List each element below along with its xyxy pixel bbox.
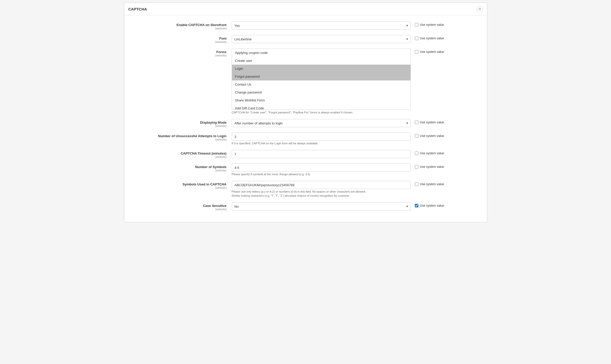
captcha-timeout-use-system-col: Use system value — [411, 150, 452, 155]
unsuccessful-attempts-control: If 0 is specified, CAPTCHA on the Login … — [232, 133, 411, 145]
forms-option-share-wishlist[interactable]: Share Wishlist Form — [232, 96, 410, 104]
captcha-timeout-control — [232, 150, 411, 158]
enable-captcha-select[interactable]: Yes No — [232, 21, 411, 30]
number-symbols-use-system-col: Use system value — [411, 163, 452, 169]
displaying-mode-use-system-label: Use system value — [420, 121, 444, 124]
forms-option-change-password[interactable]: Change password — [232, 88, 410, 96]
number-symbols-control: Please specify 8 symbols at the most. Ra… — [232, 163, 411, 176]
font-use-system-checkbox[interactable] — [415, 37, 418, 40]
number-symbols-hint: Please specify 8 symbols at the most. Ra… — [232, 173, 411, 176]
forms-option-contact-us[interactable]: Contact Us — [232, 80, 410, 88]
symbols-used-input[interactable] — [232, 181, 411, 189]
case-sensitive-control: Yes No ▼ — [232, 202, 411, 210]
content-area: Enable CAPTCHA on Storefront [website] Y… — [124, 15, 487, 222]
displaying-mode-select-wrapper: Always After number of attempts to login… — [232, 119, 411, 127]
number-symbols-sublabel: [website] — [135, 169, 227, 172]
forms-option-forgot-password[interactable]: Forgot password — [232, 73, 410, 80]
symbols-used-label: Symbols Used in CAPTCHA — [135, 182, 227, 186]
enable-captcha-use-system-col: Use system value — [411, 21, 452, 27]
forms-option-login[interactable]: Login — [232, 65, 410, 73]
unsuccessful-attempts-input[interactable] — [232, 133, 411, 141]
captcha-timeout-row: CAPTCHA Timeout (minutes) [website] Use … — [135, 150, 477, 158]
case-sensitive-use-system-checkbox[interactable] — [415, 204, 418, 207]
unsuccessful-attempts-label: Number of Unsuccessful Attempts to Login — [135, 134, 227, 138]
forms-label: Forms — [135, 50, 227, 54]
symbols-used-row: Symbols Used in CAPTCHA [website] Please… — [135, 181, 477, 197]
symbols-used-hint2: Similar looking characters (e.g. "I", "l… — [232, 194, 411, 197]
case-sensitive-select[interactable]: Yes No — [232, 202, 411, 210]
displaying-mode-row: Displaying Mode [website] Always After n… — [135, 119, 477, 127]
enable-captcha-label: Enable CAPTCHA on Storefront — [135, 23, 227, 27]
captcha-timeout-input[interactable] — [232, 150, 411, 158]
symbols-used-use-system-label: Use system value — [420, 182, 444, 186]
number-symbols-label-col: Number of Symbols [website] — [135, 163, 232, 172]
enable-captcha-use-system-checkbox[interactable] — [415, 23, 418, 27]
forms-use-system-label: Use system value — [420, 50, 444, 54]
font-sublabel: [website] — [135, 40, 227, 43]
enable-captcha-select-wrapper: Yes No ▼ — [232, 21, 411, 30]
font-control: LinLibertine Sherif Arial ▼ — [232, 35, 411, 43]
number-symbols-use-system-label: Use system value — [420, 165, 444, 169]
displaying-mode-label: Displaying Mode — [135, 121, 227, 124]
unsuccessful-attempts-use-system-checkbox[interactable] — [415, 134, 418, 138]
displaying-mode-use-system-col: Use system value — [411, 119, 452, 124]
font-use-system-label: Use system value — [420, 37, 444, 40]
enable-captcha-use-system-label: Use system value — [420, 23, 444, 27]
unsuccessful-attempts-use-system-col: Use system value — [411, 133, 452, 138]
case-sensitive-label-col: Case Sensitive [website] — [135, 202, 232, 211]
case-sensitive-use-system-col: Use system value — [411, 202, 452, 207]
font-label-col: Font [website] — [135, 35, 232, 43]
displaying-mode-sublabel: [website] — [135, 124, 227, 127]
unsuccessful-attempts-label-col: Number of Unsuccessful Attempts to Login… — [135, 133, 232, 141]
captcha-timeout-label-col: CAPTCHA Timeout (minutes) [website] — [135, 150, 232, 158]
number-symbols-input[interactable] — [232, 163, 411, 172]
forms-use-system-col: Use system value — [411, 49, 452, 54]
case-sensitive-row: Case Sensitive [website] Yes No ▼ Use sy… — [135, 202, 477, 211]
case-sensitive-label: Case Sensitive — [135, 204, 227, 208]
font-label: Font — [135, 37, 227, 40]
forms-option-coupon[interactable]: Applying coupon code — [232, 49, 410, 57]
enable-captcha-label-col: Enable CAPTCHA on Storefront [website] — [135, 21, 232, 30]
displaying-mode-use-system-checkbox[interactable] — [415, 121, 418, 124]
number-symbols-use-system-checkbox[interactable] — [415, 165, 418, 169]
captcha-timeout-sublabel: [website] — [135, 155, 227, 158]
forms-multiselect[interactable]: Applying coupon code Create user Login F… — [232, 49, 411, 110]
unsuccessful-attempts-sublabel: [website] — [135, 138, 227, 141]
forms-option-create-user[interactable]: Create user — [232, 57, 410, 65]
case-sensitive-use-system-label: Use system value — [420, 204, 444, 207]
enable-captcha-control: Yes No ▼ — [232, 21, 411, 30]
unsuccessful-attempts-hint: If 0 is specified, CAPTCHA on the Login … — [232, 142, 411, 145]
captcha-timeout-use-system-label: Use system value — [420, 151, 444, 155]
window-header: CAPTCHA ⊙ — [124, 3, 487, 15]
symbols-used-sublabel: [website] — [135, 186, 227, 189]
symbols-used-control: Please use only letters (a-z or A-Z) or … — [232, 181, 411, 197]
forms-control: Applying coupon code Create user Login F… — [232, 49, 411, 114]
font-select-wrapper: LinLibertine Sherif Arial ▼ — [232, 35, 411, 43]
unsuccessful-attempts-row: Number of Unsuccessful Attempts to Login… — [135, 133, 477, 145]
symbols-used-label-col: Symbols Used in CAPTCHA [website] — [135, 181, 232, 189]
number-symbols-row: Number of Symbols [website] Please speci… — [135, 163, 477, 176]
window-title: CAPTCHA — [128, 7, 147, 11]
displaying-mode-control: Always After number of attempts to login… — [232, 119, 411, 127]
case-sensitive-select-wrapper: Yes No ▼ — [232, 202, 411, 210]
captcha-settings-window: CAPTCHA ⊙ Enable CAPTCHA on Storefront [… — [124, 3, 487, 222]
forms-label-col: Forms [website] — [135, 49, 232, 57]
forms-option-gift-card[interactable]: Add Gift Card Code — [232, 104, 410, 110]
forms-hint: CAPTCHA for "Create user", "Forgot passw… — [232, 111, 411, 114]
unsuccessful-attempts-use-system-label: Use system value — [420, 134, 444, 138]
symbols-used-use-system-col: Use system value — [411, 181, 452, 186]
displaying-mode-label-col: Displaying Mode [website] — [135, 119, 232, 127]
case-sensitive-sublabel: [website] — [135, 208, 227, 211]
close-button[interactable]: ⊙ — [477, 6, 483, 12]
symbols-used-hint1: Please use only letters (a-z or A-Z) or … — [232, 190, 411, 193]
symbols-used-use-system-checkbox[interactable] — [415, 182, 418, 186]
forms-sublabel: [website] — [135, 54, 227, 57]
forms-row: Forms [website] Applying coupon code Cre… — [135, 49, 477, 114]
captcha-timeout-use-system-checkbox[interactable] — [415, 151, 418, 155]
font-row: Font [website] LinLibertine Sherif Arial… — [135, 35, 477, 43]
forms-use-system-checkbox[interactable] — [415, 50, 418, 54]
font-select[interactable]: LinLibertine Sherif Arial — [232, 35, 411, 43]
enable-captcha-row: Enable CAPTCHA on Storefront [website] Y… — [135, 21, 477, 30]
captcha-timeout-label: CAPTCHA Timeout (minutes) — [135, 151, 227, 155]
displaying-mode-select[interactable]: Always After number of attempts to login — [232, 119, 411, 127]
